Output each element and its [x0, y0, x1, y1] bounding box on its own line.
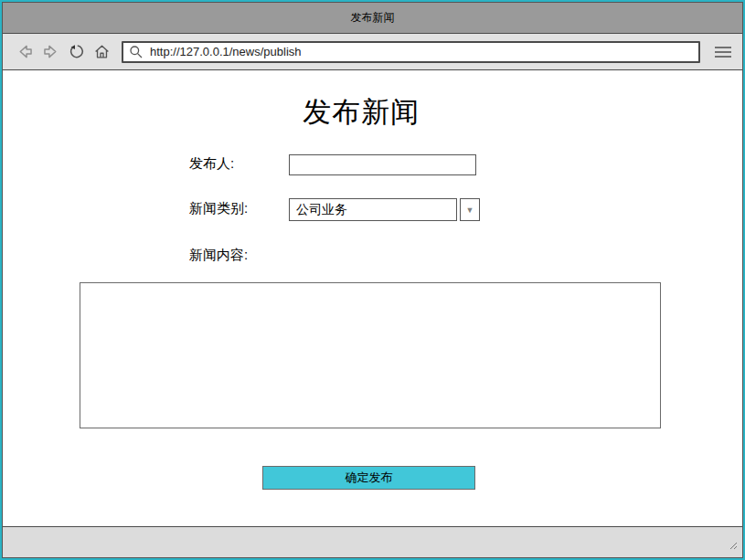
page-title: 发布新闻	[3, 96, 720, 129]
back-icon[interactable]	[16, 43, 34, 61]
url-input[interactable]	[150, 45, 693, 58]
url-bar[interactable]	[122, 41, 700, 63]
forward-icon[interactable]	[41, 43, 59, 61]
category-label: 新闻类别:	[189, 200, 248, 217]
status-bar	[3, 526, 742, 557]
refresh-icon[interactable]	[67, 43, 85, 61]
publisher-input[interactable]	[289, 154, 476, 175]
category-dropdown-button[interactable]: ▼	[460, 198, 480, 221]
browser-toolbar	[3, 34, 742, 70]
window-inner: 发布新闻	[2, 2, 743, 558]
search-icon	[129, 45, 144, 59]
category-selected-value: 公司业务	[296, 202, 347, 218]
browser-window: 发布新闻	[0, 0, 745, 560]
news-content-textarea[interactable]	[80, 282, 661, 428]
home-icon[interactable]	[92, 43, 111, 61]
window-titlebar: 发布新闻	[3, 3, 742, 34]
window-title: 发布新闻	[351, 10, 395, 26]
resize-grip-icon[interactable]	[727, 537, 738, 554]
chevron-down-icon: ▼	[466, 206, 474, 215]
submit-button[interactable]: 确定发布	[262, 466, 475, 490]
content-label: 新闻内容:	[189, 247, 248, 264]
category-select[interactable]: 公司业务	[289, 198, 457, 221]
menu-icon[interactable]	[713, 43, 733, 61]
page-content: 发布新闻 发布人: 新闻类别: 公司业务 ▼ 新闻内容: 确定发布	[3, 70, 742, 526]
publisher-label: 发布人:	[189, 155, 234, 173]
